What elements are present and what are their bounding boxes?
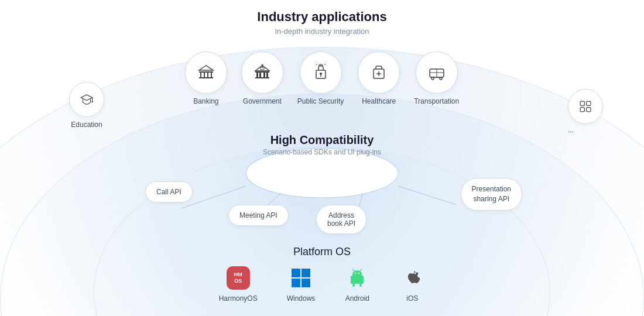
- industry-row: Banking Government: [0, 51, 644, 105]
- transportation-icon-circle: [416, 51, 458, 94]
- svg-rect-55: [359, 284, 362, 287]
- meeting-api-bubble: Meeting API: [228, 205, 289, 226]
- more-icon-circle: [568, 89, 603, 124]
- svg-rect-3: [204, 73, 205, 77]
- svg-rect-11: [263, 73, 265, 77]
- compat-subtitle: Scenario-based SDKs and UI plug-ins: [263, 148, 381, 156]
- svg-rect-15: [261, 67, 264, 70]
- more-icon: [578, 99, 593, 114]
- title-section: Industry applications In-depth industry …: [0, 9, 644, 36]
- industry-item-banking: Banking: [185, 51, 227, 105]
- security-label: Public Security: [297, 97, 344, 105]
- svg-rect-13: [255, 77, 269, 78]
- platform-item-windows: Windows: [287, 265, 316, 303]
- industry-item-more: ...: [568, 89, 603, 135]
- svg-point-17: [261, 64, 263, 66]
- industry-item-transportation: Transportation: [414, 51, 459, 105]
- android-label: Android: [345, 294, 369, 303]
- ios-icon-wrap: [399, 265, 425, 291]
- svg-rect-35: [580, 108, 584, 112]
- svg-rect-32: [432, 77, 441, 78]
- svg-rect-5: [211, 73, 212, 77]
- industry-item-government: Government: [241, 51, 283, 105]
- svg-rect-34: [587, 101, 591, 105]
- ios-icon: [402, 267, 423, 288]
- svg-rect-33: [580, 101, 584, 105]
- presentation-api-bubble: Presentationsharing API: [461, 178, 522, 211]
- page-title: Industry applications: [0, 9, 644, 25]
- android-icon-wrap: [344, 265, 370, 291]
- platform-section: Platform OS HMOS HarmonyOS: [0, 240, 644, 316]
- svg-rect-43: [302, 269, 310, 277]
- government-label: Government: [243, 97, 282, 105]
- svg-rect-54: [352, 284, 355, 287]
- svg-rect-1: [199, 71, 213, 73]
- transportation-icon: [427, 63, 446, 82]
- windows-icon-wrap: [288, 265, 314, 291]
- platform-item-harmony: HMOS HarmonyOS: [219, 265, 258, 303]
- security-icon: [311, 63, 330, 82]
- platform-title: Platform OS: [0, 246, 644, 258]
- svg-rect-4: [207, 73, 208, 77]
- android-icon: [347, 267, 368, 288]
- svg-line-53: [360, 269, 362, 271]
- svg-rect-45: [302, 279, 310, 287]
- svg-line-23: [324, 64, 326, 65]
- government-icon-circle: [241, 51, 283, 94]
- compatibility-section: High Compatibility Scenario-based SDKs a…: [0, 133, 644, 157]
- industry-item-security: Public Security: [297, 51, 344, 105]
- svg-rect-6: [199, 77, 213, 78]
- healthcare-icon: [369, 63, 388, 82]
- svg-marker-7: [199, 66, 213, 70]
- main-container: Industry applications In-depth industry …: [0, 0, 644, 316]
- svg-line-52: [352, 269, 354, 271]
- harmony-label: HarmonyOS: [219, 294, 258, 303]
- platform-item-android: Android: [344, 265, 370, 303]
- security-icon-circle: [300, 51, 342, 94]
- svg-rect-36: [587, 108, 591, 112]
- banking-label: Banking: [193, 97, 218, 105]
- svg-rect-10: [259, 73, 261, 77]
- more-label: ...: [568, 126, 574, 134]
- harmony-icon: HMOS: [227, 266, 250, 290]
- call-api-bubble: Call API: [145, 181, 193, 202]
- svg-point-50: [355, 273, 356, 274]
- windows-icon: [290, 267, 311, 288]
- ios-label: iOS: [406, 294, 418, 303]
- government-icon: [253, 63, 272, 82]
- svg-rect-12: [266, 73, 268, 77]
- education-label: Education: [71, 121, 102, 129]
- healthcare-icon-circle: [358, 51, 400, 94]
- transportation-label: Transportation: [414, 97, 459, 105]
- healthcare-label: Healthcare: [362, 97, 396, 105]
- compat-cloud: High Compatibility Scenario-based SDKs a…: [263, 133, 381, 156]
- svg-point-51: [358, 273, 359, 274]
- svg-line-22: [316, 64, 317, 65]
- svg-point-49: [352, 270, 362, 277]
- platform-item-ios: iOS: [399, 265, 425, 303]
- banking-icon-circle: [185, 51, 227, 94]
- svg-rect-42: [292, 269, 300, 277]
- harmony-icon-wrap: HMOS: [225, 265, 251, 291]
- industry-item-healthcare: Healthcare: [358, 51, 400, 105]
- platform-row: HMOS HarmonyOS Windows: [0, 265, 644, 303]
- svg-rect-2: [200, 73, 201, 77]
- bank-icon: [197, 63, 215, 82]
- svg-rect-44: [292, 279, 300, 287]
- page-subtitle: In-depth industry integration: [0, 27, 644, 36]
- svg-rect-8: [255, 71, 269, 73]
- svg-rect-9: [256, 73, 258, 77]
- svg-point-19: [320, 73, 322, 75]
- windows-label: Windows: [287, 294, 316, 303]
- compat-title: High Compatibility: [263, 133, 381, 147]
- address-book-api-bubble: Addressbook API: [316, 205, 366, 234]
